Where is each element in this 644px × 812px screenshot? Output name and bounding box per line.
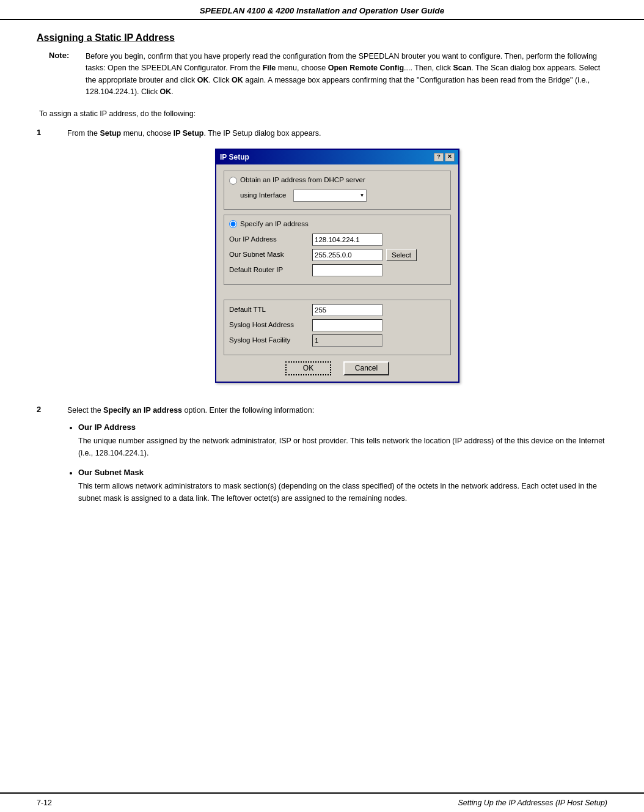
dialog-titlebar: IP Setup ? ✕: [216, 150, 458, 165]
subnet-mask-input[interactable]: [312, 249, 382, 261]
syslog-host-label: Syslog Host Address: [229, 320, 309, 331]
interface-dropdown[interactable]: ▼: [293, 190, 367, 202]
interface-row: using Interface ▼: [240, 190, 445, 202]
step-2-block: 2 Select the Specify an IP address optio…: [37, 405, 607, 512]
page-header: SPEEDLAN 4100 & 4200 Installation and Op…: [0, 0, 644, 20]
router-ip-input[interactable]: [312, 264, 382, 276]
our-ip-row: Our IP Address: [229, 234, 445, 246]
router-ip-row: Default Router IP: [229, 264, 445, 276]
page-footer: 7-12 Setting Up the IP Addresses (IP Hos…: [0, 792, 644, 812]
specify-radio-label: Specify an IP address: [240, 219, 309, 230]
select-button[interactable]: Select: [386, 249, 417, 261]
subnet-mask-row: Our Subnet Mask Select: [229, 249, 445, 261]
footer-right: Setting Up the IP Addresses (IP Host Set…: [458, 799, 607, 807]
cancel-button[interactable]: Cancel: [343, 361, 389, 375]
ttl-row: Default TTL: [229, 304, 445, 316]
step-1-content: From the Setup menu, choose IP Setup. Th…: [67, 128, 607, 394]
bullet-list: Our IP Address The unique number assigne…: [67, 421, 607, 504]
dhcp-group: Obtain an IP address from DHCP server us…: [224, 171, 451, 210]
header-title: SPEEDLAN 4100 & 4200 Installation and Op…: [200, 6, 445, 15]
step-2-content: Select the Specify an IP address option.…: [67, 405, 607, 512]
specify-radio[interactable]: [229, 220, 237, 228]
dhcp-radio-row: Obtain an IP address from DHCP server: [229, 175, 445, 186]
dialog-titlebar-controls: ? ✕: [434, 153, 455, 161]
dialog-container: IP Setup ? ✕: [67, 149, 607, 383]
dialog-help-button[interactable]: ?: [434, 153, 444, 161]
intro-text: To assign a static IP address, do the fo…: [37, 108, 607, 120]
bullet-title-0: Our IP Address: [78, 421, 607, 434]
our-ip-label: Our IP Address: [229, 234, 309, 245]
bottom-group: Default TTL Syslog Host Address: [224, 300, 451, 355]
syslog-host-row: Syslog Host Address: [229, 319, 445, 331]
note-label: Note:: [49, 51, 86, 98]
dhcp-radio[interactable]: [229, 177, 237, 185]
dialog-spacer: [224, 290, 451, 300]
ttl-input[interactable]: [312, 304, 382, 316]
note-text: Before you begin, confirm that you have …: [86, 51, 607, 98]
dialog-close-button[interactable]: ✕: [445, 153, 455, 161]
specify-radio-row: Specify an IP address: [229, 219, 445, 230]
ttl-label: Default TTL: [229, 304, 309, 316]
syslog-facility-input[interactable]: [312, 334, 382, 347]
bullet-title-1: Our Subnet Mask: [78, 467, 607, 479]
bullet-text-1: This term allows network administrators …: [78, 482, 597, 502]
page-content: Assigning a Static IP Address Note: Befo…: [0, 20, 644, 792]
dhcp-radio-label: Obtain an IP address from DHCP server: [240, 175, 365, 186]
router-ip-label: Default Router IP: [229, 265, 309, 276]
subnet-mask-label: Our Subnet Mask: [229, 249, 309, 260]
step-1-block: 1 From the Setup menu, choose IP Setup. …: [37, 128, 607, 394]
syslog-facility-label: Syslog Host Facility: [229, 335, 309, 346]
dialog-window: IP Setup ? ✕: [215, 149, 459, 383]
bullet-item-1: Our Subnet Mask This term allows network…: [78, 467, 607, 504]
page-container: SPEEDLAN 4100 & 4200 Installation and Op…: [0, 0, 644, 812]
dialog-buttons: OK Cancel: [224, 361, 451, 375]
syslog-host-input[interactable]: [312, 319, 382, 331]
ok-button[interactable]: OK: [285, 361, 331, 375]
note-block: Note: Before you begin, confirm that you…: [37, 51, 607, 98]
dialog-titlebar-left: IP Setup: [220, 152, 249, 163]
bullet-item-0: Our IP Address The unique number assigne…: [78, 421, 607, 459]
dropdown-arrow-icon: ▼: [360, 192, 365, 199]
our-ip-input[interactable]: [312, 234, 382, 246]
step-2-number: 2: [37, 405, 67, 414]
specify-ip-group: Specify an IP address Our IP Address Our…: [224, 215, 451, 285]
step-1-number: 1: [37, 128, 67, 137]
interface-label: using Interface: [240, 190, 286, 201]
bullet-text-0: The unique number assigned by the networ…: [78, 437, 605, 457]
dialog-body: Obtain an IP address from DHCP server us…: [216, 164, 458, 382]
syslog-facility-row: Syslog Host Facility: [229, 334, 445, 347]
footer-left: 7-12: [37, 799, 52, 807]
dialog-title: IP Setup: [220, 152, 249, 163]
section-title: Assigning a Static IP Address: [37, 32, 607, 43]
